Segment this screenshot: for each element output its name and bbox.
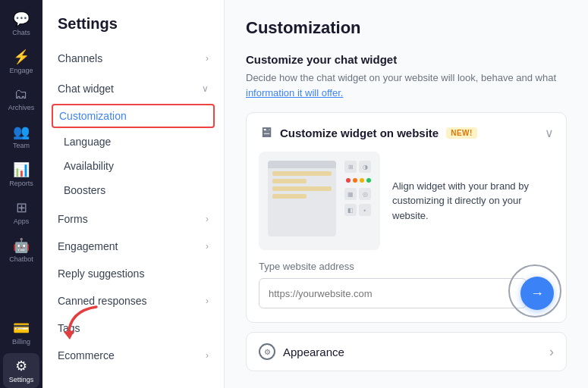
preview-icon-box-3: ▦	[344, 188, 357, 200]
appearance-chevron: ›	[549, 344, 554, 360]
customization-label: Customization	[59, 110, 127, 122]
website-input-label: Type website address	[259, 261, 554, 272]
widget-card-header: 🖥 Customize widget on website NEW! ∨	[259, 125, 554, 141]
widget-card-title: Customize widget on website	[280, 127, 439, 139]
sidebar-item-archives-label: Archives	[8, 104, 35, 111]
engagement-label: Engagement	[58, 240, 118, 252]
sidebar-item-settings[interactable]: ⚙ Settings	[3, 353, 39, 388]
sidebar-item-chatbot-label: Chatbot	[9, 255, 33, 263]
settings-nav-ecommerce[interactable]: Ecommerce ›	[42, 342, 224, 369]
settings-nav-reply-suggestions[interactable]: Reply suggestions	[42, 260, 224, 287]
sidebar-item-chats-label: Chats	[12, 29, 30, 36]
browser-line-1	[272, 171, 332, 176]
widget-card-text: Align widget with your brand by customiz…	[392, 152, 554, 250]
channels-chevron: ›	[206, 53, 209, 64]
appearance-item[interactable]: ⚙ Appearance ›	[246, 332, 567, 371]
settings-nav-tags[interactable]: Tags	[42, 314, 224, 342]
sidebar-item-archives[interactable]: 🗂 Archives	[3, 82, 39, 116]
reply-suggestions-label: Reply suggestions	[58, 268, 144, 280]
appearance-settings-icon: ⚙	[259, 343, 275, 360]
go-button[interactable]: →	[520, 277, 554, 310]
dot-red	[346, 178, 351, 183]
language-label: Language	[64, 136, 111, 148]
chat-widget-label: Chat widget	[58, 83, 114, 95]
customize-header: Customize your chat widget Decide how th…	[246, 53, 567, 100]
main-content: Customization Customize your chat widget…	[225, 0, 588, 388]
apps-icon: ⊞	[16, 199, 27, 216]
chat-widget-section: Chat widget ∨ Customization Language Ava…	[42, 72, 224, 205]
settings-sub-boosters[interactable]: Boosters	[42, 178, 224, 202]
channels-label: Channels	[58, 52, 102, 64]
reports-icon: 📊	[13, 161, 30, 178]
sidebar-item-settings-label: Settings	[9, 376, 34, 383]
browser-line-4	[272, 194, 307, 199]
sidebar-item-chatbot[interactable]: 🤖 Chatbot	[3, 233, 39, 268]
monitor-icon: 🖥	[259, 125, 272, 141]
ecommerce-chevron: ›	[206, 350, 209, 361]
preview-icon-box-2: ◑	[359, 161, 371, 173]
customize-description: Decide how the chat widget on your websi…	[246, 70, 567, 100]
dot-orange	[353, 178, 357, 183]
chat-widget-header[interactable]: Chat widget ∨	[42, 75, 224, 102]
settings-nav-forms[interactable]: Forms ›	[42, 205, 224, 233]
chatbot-icon: 🤖	[13, 237, 30, 254]
billing-icon: 💳	[13, 320, 30, 336]
browser-bar	[268, 161, 336, 168]
widget-card-chevron[interactable]: ∨	[545, 126, 554, 140]
website-input-section: Type website address →	[259, 261, 554, 310]
widget-card-header-left: 🖥 Customize widget on website NEW!	[259, 125, 477, 141]
sidebar-item-billing[interactable]: 💳 Billing	[3, 315, 39, 350]
sidebar-item-reports[interactable]: 📊 Reports	[3, 157, 39, 192]
boosters-label: Boosters	[64, 184, 105, 196]
browser-line-2	[272, 179, 307, 183]
new-badge: NEW!	[446, 127, 477, 139]
forms-label: Forms	[58, 213, 88, 225]
canned-responses-chevron: ›	[206, 296, 209, 306]
browser-line-3	[272, 186, 332, 191]
widget-preview: ⊞ ◑ ▦ ◎ ◧ ▪	[259, 152, 380, 250]
canned-responses-label: Canned responses	[58, 295, 147, 307]
sidebar-item-engage[interactable]: ⚡ Engage	[3, 44, 39, 79]
preview-icon-row-3: ◧ ▪	[344, 204, 373, 216]
team-icon: 👥	[13, 124, 30, 140]
widget-card: 🖥 Customize widget on website NEW! ∨	[246, 112, 567, 323]
settings-panel-title: Settings	[42, 0, 224, 45]
sidebar-item-team[interactable]: 👥 Team	[3, 119, 39, 154]
chat-widget-chevron-down: ∨	[202, 83, 209, 94]
preview-color-dots	[344, 177, 373, 184]
availability-label: Availability	[64, 160, 114, 172]
settings-panel: Settings Channels › Chat widget ∨ Custom…	[42, 0, 225, 388]
settings-sub-language[interactable]: Language	[42, 130, 224, 154]
icon-sidebar: 💬 Chats ⚡ Engage 🗂 Archives 👥 Team 📊 Rep…	[0, 0, 42, 388]
preview-icon-row-1: ⊞ ◑	[344, 161, 373, 173]
forms-chevron: ›	[206, 214, 209, 224]
dot-green	[366, 178, 371, 183]
ecommerce-label: Ecommerce	[58, 349, 115, 361]
settings-nav-engagement[interactable]: Engagement ›	[42, 233, 224, 260]
sidebar-item-apps[interactable]: ⊞ Apps	[3, 195, 39, 230]
customize-link[interactable]: information it will offer.	[246, 87, 343, 99]
settings-nav-channels[interactable]: Channels ›	[42, 45, 224, 72]
tags-label: Tags	[58, 322, 80, 334]
sidebar-item-apps-label: Apps	[14, 217, 30, 225]
preview-browser	[268, 161, 336, 236]
sidebar-item-billing-label: Billing	[12, 338, 30, 346]
chats-icon: 💬	[13, 11, 30, 27]
page-title: Customization	[246, 18, 567, 38]
dot-yellow	[360, 178, 364, 183]
widget-card-body: ⊞ ◑ ▦ ◎ ◧ ▪	[259, 152, 554, 250]
preview-icon-row-2: ▦ ◎	[344, 188, 373, 200]
appearance-item-left: ⚙ Appearance	[259, 343, 344, 360]
website-input[interactable]	[259, 278, 527, 308]
sidebar-item-chats[interactable]: 💬 Chats	[3, 6, 39, 41]
preview-icon-box-5: ◧	[344, 204, 357, 216]
appearance-label: Appearance	[283, 346, 344, 358]
settings-sub-availability[interactable]: Availability	[42, 154, 224, 178]
customize-heading: Customize your chat widget	[246, 53, 567, 66]
settings-nav-canned-responses[interactable]: Canned responses ›	[42, 287, 224, 314]
arrow-icon: →	[530, 286, 544, 302]
settings-icon: ⚙	[15, 358, 27, 374]
settings-sub-customization[interactable]: Customization	[52, 104, 215, 128]
preview-icons: ⊞ ◑ ▦ ◎ ◧ ▪	[344, 161, 373, 216]
sidebar-item-team-label: Team	[13, 142, 30, 149]
